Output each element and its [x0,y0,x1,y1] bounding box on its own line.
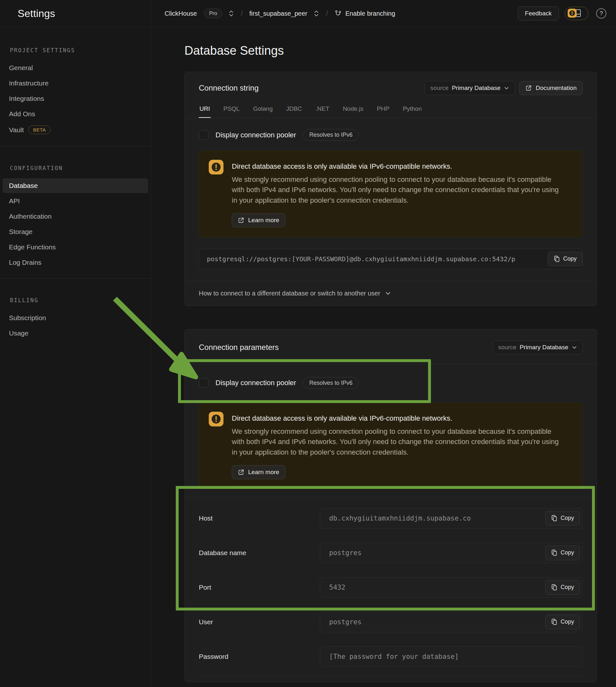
copy-label: Copy [560,619,574,625]
sidebar-item-label: Vault [9,126,24,134]
tab-uri[interactable]: URI [199,104,211,118]
display-connection-pooler-label: Display connection pooler [216,379,296,387]
sidebar-item-usage[interactable]: Usage [3,326,148,340]
tab-nodejs[interactable]: Node.js [342,104,364,118]
project-switcher-button[interactable] [313,9,320,17]
settings-page: Settings ClickHouse Pro / first_supabase… [0,0,616,687]
sidebar-item-label: Usage [9,329,28,337]
breadcrumb-separator: / [325,9,329,18]
connection-string-tabs: URI PSQL Golang JDBC .NET Node.js PHP Py… [185,102,597,118]
sidebar-item-infrastructure[interactable]: Infrastructure [3,76,148,91]
database-name-input[interactable]: postgres Copy [320,542,583,563]
help-button[interactable]: ? [596,8,607,19]
password-input[interactable]: [The password for your database] [320,646,583,667]
documentation-label: Documentation [536,85,577,92]
breadcrumb: ClickHouse Pro / first_supabase_peer / E… [151,0,616,27]
copy-label: Copy [560,515,574,522]
tab-jdbc[interactable]: JDBC [286,104,303,118]
connection-parameters-title: Connection parameters [199,343,279,352]
question-mark-icon: ? [600,10,603,17]
sidebar-item-vault[interactable]: Vault BETA [3,122,148,138]
connection-uri-readonly-input[interactable]: postgresql://postgres:[YOUR-PASSWORD]@db… [199,249,583,269]
sidebar-item-label: Add Ons [9,110,35,118]
display-connection-pooler-checkbox[interactable] [199,130,208,140]
copy-label: Copy [560,584,574,591]
breadcrumb-project[interactable]: first_supabase_peer [249,10,307,17]
copy-user-button[interactable]: Copy [545,615,580,629]
feedback-button[interactable]: Feedback [518,6,559,21]
chevron-up-down-icon [313,9,320,17]
user-value: postgres [329,618,361,626]
sidebar-item-label: Database [9,182,38,190]
tab-golang[interactable]: Golang [252,104,273,118]
sidebar-heading-project-settings: PROJECT SETTINGS [10,47,151,53]
learn-more-button[interactable]: Learn more [232,213,285,227]
learn-more-button[interactable]: Learn more [232,465,285,479]
connection-string-panel: Connection string source Primary Databas… [184,72,597,306]
chevron-up-down-icon [228,9,234,17]
sidebar-item-label: General [9,64,33,72]
copy-connection-uri-button[interactable]: Copy [548,252,582,266]
enable-branching-button[interactable]: Enable branching [335,9,395,17]
database-name-label: Database name [199,549,320,557]
git-branch-icon [335,9,342,17]
copy-icon [551,584,557,591]
display-connection-pooler-checkbox[interactable] [199,378,208,388]
sidebar-item-storage[interactable]: Storage [3,224,148,239]
ipv6-warning-callout: Direct database access is only available… [199,151,583,237]
header-settings-title-area: Settings [0,0,151,27]
tab-php[interactable]: PHP [376,104,390,118]
port-label: Port [199,583,320,591]
user-input[interactable]: postgres Copy [320,612,583,632]
host-value: db.cxhygiuitamxhniiddjm.supabase.co [329,514,471,522]
sidebar-item-general[interactable]: General [3,61,148,75]
display-connection-pooler-label: Display connection pooler [216,131,296,139]
sidebar-item-log-drains[interactable]: Log Drains [3,255,148,270]
copy-icon [551,619,557,625]
sidebar-item-database[interactable]: Database [3,178,148,193]
sidebar-item-label: Integrations [9,95,44,103]
notification-warning-inbox-icon [568,9,584,18]
copy-database-name-button[interactable]: Copy [545,546,580,560]
password-label: Password [199,653,320,660]
field-row-password: Password [The password for your database… [199,639,583,674]
sidebar-item-authentication[interactable]: Authentication [3,209,148,224]
tab-dotnet[interactable]: .NET [315,104,330,118]
source-select[interactable]: source Primary Database [425,81,515,95]
sidebar-item-api[interactable]: API [3,194,148,208]
connect-help-toggle[interactable]: How to connect to a different database o… [185,281,597,306]
tab-psql[interactable]: PSQL [223,104,240,118]
host-input[interactable]: db.cxhygiuitamxhniiddjm.supabase.co Copy [320,508,583,529]
warning-body: We strongly recommend using connection p… [232,175,565,205]
beta-badge: BETA [28,126,50,134]
copy-host-button[interactable]: Copy [545,511,580,526]
sidebar-item-edge-functions[interactable]: Edge Functions [3,240,148,254]
main-content: Database Settings Connection string sour… [151,27,616,687]
chevron-down-icon [504,85,509,91]
warning-body: We strongly recommend using connection p… [232,426,565,458]
sidebar-item-label: Storage [9,228,32,236]
source-select-value: Primary Database [452,85,501,92]
sidebar-item-label: Edge Functions [9,243,56,251]
tab-python[interactable]: Python [402,104,422,118]
copy-label: Copy [563,256,577,262]
sidebar-item-add-ons[interactable]: Add Ons [3,107,148,121]
documentation-button[interactable]: Documentation [519,81,583,95]
notifications-button[interactable] [565,7,589,20]
learn-more-label: Learn more [248,469,279,476]
sidebar-divider [0,146,151,146]
sidebar-item-integrations[interactable]: Integrations [3,91,148,106]
breadcrumb-org[interactable]: ClickHouse [164,10,197,17]
external-link-icon [238,469,244,475]
org-switcher-button[interactable] [228,9,234,17]
external-link-icon [525,85,532,91]
sidebar-heading-configuration: CONFIGURATION [10,165,151,171]
sidebar-divider [0,278,151,279]
port-input[interactable]: 5432 Copy [320,577,583,598]
warning-icon [209,412,223,426]
source-select[interactable]: source Primary Database [493,340,583,354]
sidebar-item-subscription[interactable]: Subscription [3,311,148,325]
sidebar-heading-billing: BILLING [10,297,151,304]
copy-port-button[interactable]: Copy [545,580,580,595]
resolves-to-ipv6-badge: Resolves to IPv6 [303,129,358,141]
